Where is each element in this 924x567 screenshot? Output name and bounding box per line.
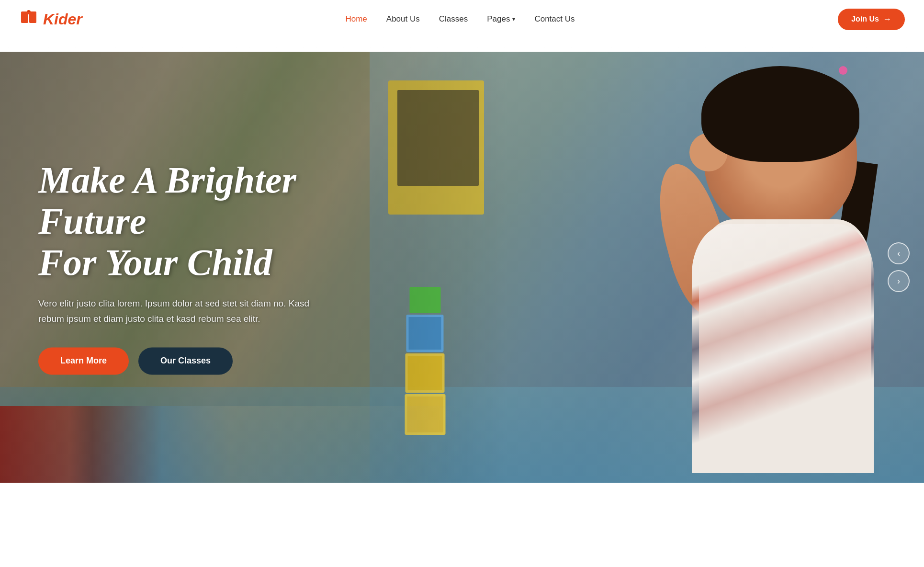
chevron-left-icon: ‹	[897, 249, 900, 259]
arrow-right-icon: →	[883, 14, 891, 24]
svg-rect-1	[29, 13, 36, 23]
nav-link-home[interactable]: Home	[345, 14, 367, 23]
brand-name: Kider	[43, 11, 82, 28]
learn-more-button[interactable]: Learn More	[38, 348, 129, 375]
slider-next-button[interactable]: ›	[888, 270, 910, 292]
hair-band	[839, 66, 847, 75]
hero-title: Make A Brighter Future For Your Child	[38, 159, 345, 283]
child-figure	[560, 66, 886, 478]
join-us-button[interactable]: Join Us →	[838, 9, 905, 30]
join-us-label: Join Us	[851, 15, 879, 23]
hero-title-line2: For Your Child	[38, 241, 272, 283]
nav-item-classes[interactable]: Classes	[439, 14, 468, 24]
svg-rect-0	[21, 13, 28, 23]
hero-title-line1: Make A Brighter Future	[38, 159, 296, 242]
nav-link-contact[interactable]: Contact Us	[534, 14, 575, 23]
nav-link-pages[interactable]: Pages	[487, 14, 510, 24]
nav-link-about[interactable]: About Us	[386, 14, 420, 23]
nav-item-home[interactable]: Home	[345, 14, 367, 24]
hero-content: Make A Brighter Future For Your Child Ve…	[29, 150, 354, 384]
nav-item-about[interactable]: About Us	[386, 14, 420, 24]
nav-item-pages[interactable]: Pages ▾	[487, 14, 515, 24]
nav-item-contact[interactable]: Contact Us	[534, 14, 575, 24]
navbar: Kider Home About Us Classes Pages ▾ Cont…	[0, 0, 924, 38]
hero-subtitle: Vero elitr justo clita lorem. Ipsum dolo…	[38, 296, 316, 327]
logo-icon	[19, 10, 38, 29]
scallop-divider	[0, 38, 924, 52]
chevron-down-icon: ▾	[512, 16, 515, 23]
our-classes-button[interactable]: Our Classes	[138, 348, 233, 375]
hero-section: Make A Brighter Future For Your Child Ve…	[0, 52, 924, 483]
nav-links: Home About Us Classes Pages ▾ Contact Us	[345, 14, 575, 24]
logo[interactable]: Kider	[19, 10, 82, 29]
nav-link-classes[interactable]: Classes	[439, 14, 468, 23]
slider-arrows: ‹ ›	[888, 242, 910, 292]
child-shirt-pattern	[692, 224, 874, 473]
hero-buttons: Learn More Our Classes	[38, 348, 345, 375]
slider-prev-button[interactable]: ‹	[888, 242, 910, 264]
child-hair	[701, 66, 859, 162]
chevron-right-icon: ›	[897, 276, 900, 286]
